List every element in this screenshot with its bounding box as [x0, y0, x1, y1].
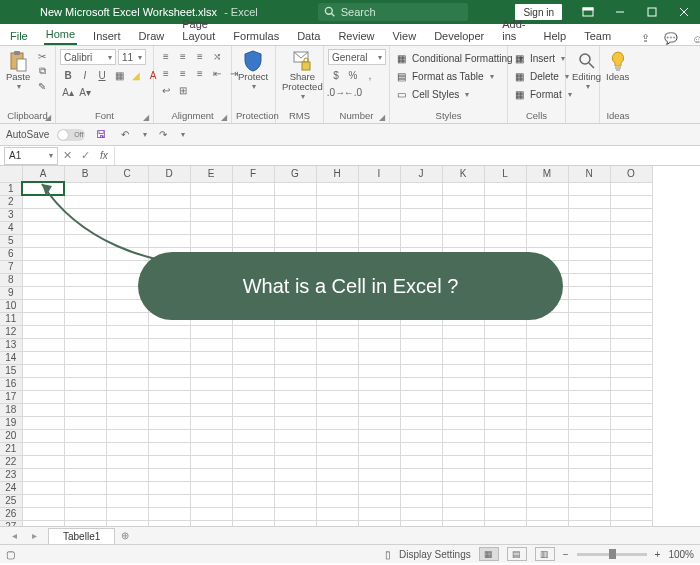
cell[interactable] — [190, 195, 232, 208]
comma-icon[interactable]: , — [362, 68, 378, 82]
cell[interactable] — [568, 455, 610, 468]
cell[interactable] — [316, 455, 358, 468]
cell[interactable] — [484, 182, 526, 195]
row-header[interactable]: 8 — [0, 273, 22, 286]
align-bottom-icon[interactable]: ≡ — [192, 49, 208, 63]
cell[interactable] — [316, 429, 358, 442]
cell[interactable] — [568, 299, 610, 312]
align-top-icon[interactable]: ≡ — [158, 49, 174, 63]
cell[interactable] — [484, 468, 526, 481]
cell[interactable] — [64, 221, 106, 234]
cell[interactable] — [484, 221, 526, 234]
col-header[interactable]: I — [358, 166, 400, 182]
cell[interactable] — [22, 221, 64, 234]
row-header[interactable]: 24 — [0, 481, 22, 494]
cell[interactable] — [442, 429, 484, 442]
cell[interactable] — [316, 481, 358, 494]
cell[interactable] — [22, 455, 64, 468]
cell[interactable] — [526, 377, 568, 390]
cell[interactable] — [526, 208, 568, 221]
cell[interactable] — [148, 455, 190, 468]
cell[interactable] — [64, 520, 106, 526]
undo-icon[interactable]: ↶ — [117, 128, 133, 142]
cell[interactable] — [148, 429, 190, 442]
cell[interactable] — [358, 234, 400, 247]
cell[interactable] — [442, 208, 484, 221]
zoom-value[interactable]: 100% — [668, 549, 694, 560]
cell[interactable] — [610, 481, 652, 494]
cell[interactable] — [274, 429, 316, 442]
cell[interactable] — [64, 325, 106, 338]
cell[interactable] — [568, 416, 610, 429]
row-header[interactable]: 27 — [0, 520, 22, 526]
paste-button[interactable]: Paste ▾ — [4, 49, 32, 92]
cell[interactable] — [358, 195, 400, 208]
cell[interactable] — [400, 351, 442, 364]
merge-center-icon[interactable]: ⊞ — [175, 83, 191, 97]
redo-icon[interactable]: ↷ — [155, 128, 171, 142]
cell[interactable] — [64, 351, 106, 364]
share-protected-button[interactable]: Share Protected ▾ — [280, 49, 325, 102]
cell[interactable] — [400, 429, 442, 442]
row-header[interactable]: 14 — [0, 351, 22, 364]
cell[interactable] — [232, 494, 274, 507]
cell[interactable] — [22, 286, 64, 299]
cell[interactable] — [358, 481, 400, 494]
cell[interactable] — [64, 507, 106, 520]
cell[interactable] — [358, 403, 400, 416]
cell[interactable] — [106, 403, 148, 416]
row-header[interactable]: 11 — [0, 312, 22, 325]
cell[interactable] — [316, 416, 358, 429]
cell[interactable] — [232, 364, 274, 377]
cell[interactable] — [22, 377, 64, 390]
zoom-out-icon[interactable]: − — [563, 549, 569, 560]
cell[interactable] — [526, 442, 568, 455]
cell[interactable] — [64, 468, 106, 481]
cell[interactable] — [190, 494, 232, 507]
cell[interactable] — [232, 182, 274, 195]
cell[interactable] — [442, 390, 484, 403]
row-header[interactable]: 13 — [0, 338, 22, 351]
row-header[interactable]: 22 — [0, 455, 22, 468]
row-header[interactable]: 6 — [0, 247, 22, 260]
format-painter-icon[interactable]: ✎ — [34, 79, 50, 93]
display-settings-label[interactable]: Display Settings — [399, 549, 471, 560]
formula-input[interactable] — [114, 147, 700, 165]
cell[interactable] — [148, 520, 190, 526]
cell[interactable] — [568, 442, 610, 455]
cell[interactable] — [106, 455, 148, 468]
cell[interactable] — [64, 286, 106, 299]
cell[interactable] — [316, 442, 358, 455]
cell[interactable] — [358, 377, 400, 390]
cell[interactable] — [610, 338, 652, 351]
cell[interactable] — [274, 234, 316, 247]
cell[interactable] — [526, 182, 568, 195]
cell[interactable] — [22, 481, 64, 494]
name-box[interactable]: A1▾ — [4, 147, 58, 165]
cell[interactable] — [148, 351, 190, 364]
cell[interactable] — [274, 182, 316, 195]
col-header[interactable]: E — [190, 166, 232, 182]
cell[interactable] — [190, 468, 232, 481]
cell[interactable] — [64, 208, 106, 221]
cell[interactable] — [232, 325, 274, 338]
cell[interactable] — [106, 325, 148, 338]
zoom-in-icon[interactable]: + — [655, 549, 661, 560]
cell[interactable] — [610, 312, 652, 325]
cell[interactable] — [316, 325, 358, 338]
cell[interactable] — [64, 403, 106, 416]
cell[interactable] — [484, 442, 526, 455]
cell[interactable] — [316, 182, 358, 195]
row-header[interactable]: 19 — [0, 416, 22, 429]
cell[interactable] — [274, 364, 316, 377]
tab-team[interactable]: Team — [582, 27, 613, 45]
fx-label[interactable]: fx — [100, 150, 108, 161]
cell[interactable] — [106, 247, 148, 260]
cell[interactable] — [568, 286, 610, 299]
cell[interactable] — [484, 520, 526, 526]
row-header[interactable]: 12 — [0, 325, 22, 338]
cell[interactable] — [358, 208, 400, 221]
cell[interactable] — [526, 455, 568, 468]
tab-help[interactable]: Help — [542, 27, 569, 45]
increase-font-icon[interactable]: A▴ — [60, 85, 76, 99]
